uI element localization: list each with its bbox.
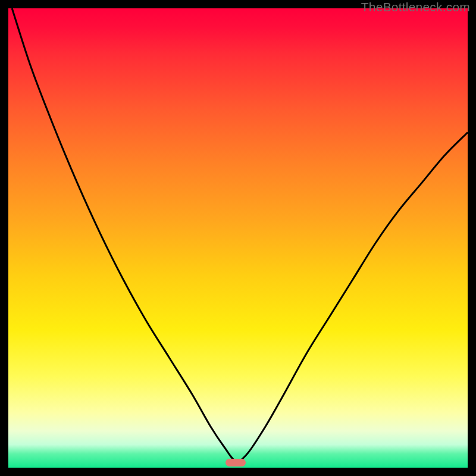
plot-area [8,8,468,468]
curve-svg [8,8,468,468]
watermark-text: TheBottleneck.com [361,0,470,14]
minimum-marker [226,459,246,466]
bottleneck-curve-path [12,8,468,461]
bottleneck-chart: TheBottleneck.com [0,0,476,476]
